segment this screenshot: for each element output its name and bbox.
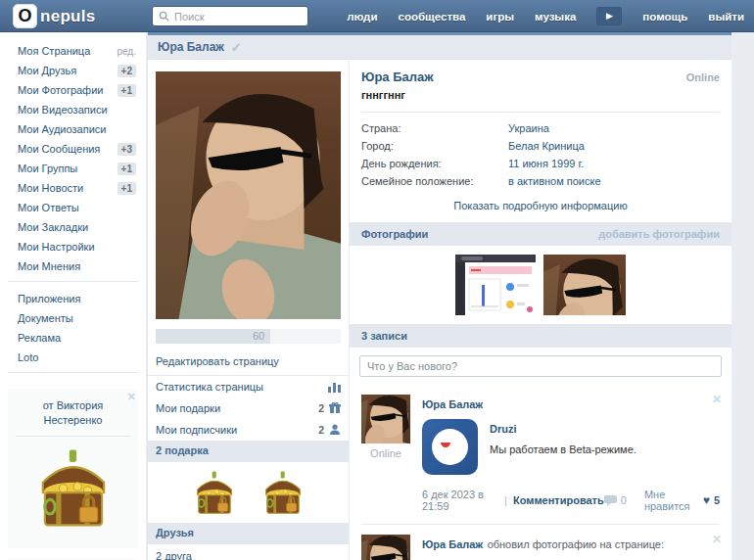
attachment-title-link[interactable]: Druzi: [490, 423, 517, 435]
sidebar-divider: [8, 281, 138, 282]
sidebar-item-my-page[interactable]: Моя Страницаред.: [0, 41, 146, 61]
comment-bubble-icon: [604, 495, 617, 506]
sidebar-item-my-answers[interactable]: Мои Ответы: [0, 198, 146, 217]
photos-title[interactable]: Фотографии: [361, 228, 428, 240]
nav-communities[interactable]: сообщества: [398, 11, 465, 23]
sidebar-item-my-videos[interactable]: Мои Видеозаписи: [0, 100, 146, 119]
druzi-app-icon[interactable]: [422, 419, 478, 475]
stats-bars-icon: [328, 382, 341, 393]
nav-music[interactable]: музыка: [535, 11, 576, 23]
page-title-bar: Юра Балаж ✓: [148, 35, 731, 60]
top-header-bar: O nepuls люди сообщества игры музыка ▶ п…: [0, 0, 754, 32]
sidebar-item-my-news[interactable]: Мои Новости+1: [0, 178, 146, 198]
ad-sender-line1[interactable]: от Виктория: [14, 398, 132, 413]
comment-link[interactable]: Комментировать: [513, 494, 604, 506]
attachment-text: Мы работаем в Beta-режиме.: [490, 443, 636, 455]
sidebar-item-apps[interactable]: Приложения: [0, 289, 146, 308]
nav-games[interactable]: игры: [486, 11, 514, 23]
wall-posts-count[interactable]: 3 записи: [361, 330, 407, 342]
online-status: Online: [361, 447, 410, 459]
top-navigation: люди сообщества игры музыка ▶ помощь вый…: [347, 0, 744, 32]
sidebar-menu: Моя Страницаред. Мои Друзья+2 Мои Фотогр…: [0, 32, 146, 276]
friends-count-link[interactable]: 2 друга: [148, 544, 349, 560]
gifts-count: 2: [318, 402, 324, 414]
nav-logout[interactable]: выйти: [708, 11, 744, 23]
photo-thumb-portrait[interactable]: [543, 255, 626, 315]
nav-help[interactable]: помощь: [642, 11, 687, 23]
profile-left-column: 60 Редактировать страницу Статистика стр…: [148, 60, 349, 560]
counter-badge: +3: [118, 143, 136, 156]
wall-input-wrap: [350, 348, 731, 385]
close-icon[interactable]: ✕: [712, 393, 722, 406]
edit-page-link[interactable]: Редактировать страницу: [156, 355, 341, 375]
my-followers-row[interactable]: Мои подписчики 2: [148, 419, 349, 441]
like-control[interactable]: Мне нравится ♥ 5: [644, 489, 720, 512]
treasure-chest-image: [23, 443, 124, 537]
gift-chest-image[interactable]: [186, 468, 243, 519]
close-icon[interactable]: ✕: [127, 391, 136, 403]
field-birthday: День рождения: 11 июня 1999 г.: [361, 155, 720, 172]
wall-section-header: 3 записи: [350, 324, 731, 348]
gift-chest-image[interactable]: [255, 468, 311, 519]
comments-counter[interactable]: 0: [604, 494, 627, 506]
gift-ad-block[interactable]: ✕ от Виктория Нестеренко: [8, 389, 138, 548]
my-gifts-row[interactable]: Мои подарки 2: [148, 397, 349, 419]
wall-post-1: ✕ Online Юра Балаж: [350, 385, 731, 524]
sidebar-item-ads[interactable]: Реклама: [0, 328, 146, 348]
music-play-button[interactable]: ▶: [596, 7, 622, 25]
sidebar-item-my-groups[interactable]: Мои Группы+1: [0, 159, 146, 178]
counter-badge: +1: [118, 163, 136, 175]
post-action-text: обновил фотографию на странице:: [488, 538, 664, 550]
main-content: Юра Балаж ✓ 60 Редактировать страницу Ст…: [147, 32, 731, 560]
rating-fill: 60: [156, 329, 270, 344]
post-author-link[interactable]: Юра Балаж: [422, 538, 483, 550]
sidebar-item-documents[interactable]: Документы: [0, 308, 146, 328]
search-box[interactable]: [152, 6, 308, 26]
rating-bar: 60: [156, 329, 341, 344]
counter-badge: +1: [118, 84, 136, 97]
sidebar-item-my-photos[interactable]: Мои Фотографии+1: [0, 80, 146, 100]
sidebar-item-loto[interactable]: Loto: [0, 348, 146, 367]
my-gifts-link[interactable]: Мои подарки: [156, 402, 220, 414]
sidebar-item-my-friends[interactable]: Мои Друзья+2: [0, 61, 146, 80]
wall-post-2: ✕ Online Юра Балаж обновил фотографию на…: [350, 525, 731, 560]
sidebar-divider: [8, 372, 138, 373]
follower-person-icon: [329, 424, 341, 436]
app-window: O nepuls люди сообщества игры музыка ▶ п…: [0, 0, 754, 560]
verified-icon: ✓: [231, 40, 242, 55]
search-input[interactable]: [174, 11, 302, 23]
photo-thumb-dashboard[interactable]: [455, 255, 536, 315]
avatar[interactable]: [361, 395, 410, 443]
field-city: Город: Белая Криница: [361, 137, 720, 155]
left-sidebar: Моя Страницаред. Мои Друзья+2 Мои Фотогр…: [0, 32, 146, 560]
profile-status-text[interactable]: гннггннг: [361, 89, 720, 101]
counter-badge: +1: [118, 182, 136, 195]
profile-right-column: Юра Балаж Online гннггннг Страна: Украин…: [349, 60, 731, 560]
site-logo[interactable]: O nepuls: [13, 4, 96, 28]
post-date[interactable]: 6 дек 2023 в 21:59: [422, 489, 498, 512]
sidebar-secondary-menu: Приложения Документы Реклама Loto: [0, 287, 146, 367]
photos-section-header: Фотографии добавить фотографии: [350, 222, 731, 246]
sidebar-item-my-settings[interactable]: Мои Настройки: [0, 237, 146, 257]
page-stats-link[interactable]: Статистика страницы: [156, 381, 263, 393]
new-post-input[interactable]: [359, 355, 722, 377]
profile-name: Юра Балаж: [361, 70, 433, 84]
profile-photo[interactable]: [156, 71, 341, 319]
my-followers-link[interactable]: Мои подписчики: [156, 424, 237, 436]
heart-icon: ♥: [703, 493, 710, 507]
avatar[interactable]: [361, 535, 410, 560]
sidebar-item-my-opinions[interactable]: Мои Мнения: [0, 257, 146, 276]
show-details-link[interactable]: Показать подробную информацию: [350, 190, 731, 222]
sidebar-item-my-messages[interactable]: Мои Сообщения+3: [0, 139, 146, 159]
nav-people[interactable]: люди: [347, 11, 377, 23]
edit-badge[interactable]: ред.: [117, 46, 136, 57]
ad-sender-line2[interactable]: Нестеренко: [14, 413, 132, 428]
post-author-link[interactable]: Юра Балаж: [422, 398, 483, 410]
close-icon[interactable]: ✕: [712, 533, 722, 546]
gift-icon: [329, 402, 341, 414]
sidebar-item-my-bookmarks[interactable]: Мои Закладки: [0, 217, 146, 237]
profile-header: Юра Балаж Online гннггннг: [350, 60, 731, 105]
page-stats-row[interactable]: Статистика страницы: [148, 376, 349, 397]
add-photos-link[interactable]: добавить фотографии: [598, 228, 720, 240]
sidebar-item-my-audios[interactable]: Мои Аудиозаписи: [0, 119, 146, 139]
